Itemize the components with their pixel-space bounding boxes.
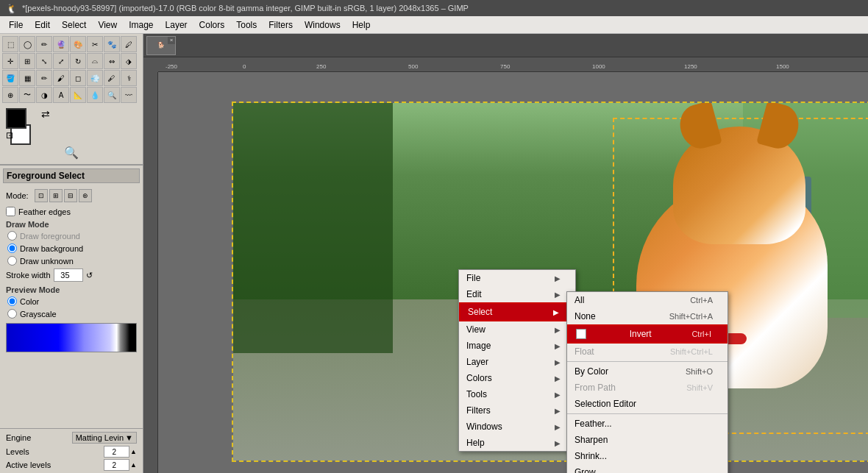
tool-free-select[interactable]: ✏ — [36, 36, 52, 52]
tool-bucket-fill[interactable]: 🪣 — [2, 70, 18, 86]
zoom-tool-icon[interactable]: 🔍 — [63, 143, 80, 161]
tool-by-color[interactable]: 🎨 — [70, 36, 86, 52]
menu-view[interactable]: View — [92, 18, 123, 32]
trees-left — [233, 103, 393, 353]
context-menu-item-image[interactable]: Image ▶ — [459, 338, 575, 354]
mode-btn-3[interactable]: ⊟ — [64, 189, 77, 202]
tool-zoom[interactable]: 🔍 — [104, 87, 120, 103]
context-menu-item-edit[interactable]: Edit ▶ — [459, 286, 575, 302]
tool-clone[interactable]: ⊕ — [2, 87, 18, 103]
context-menu-item-file[interactable]: File ▶ — [459, 270, 575, 286]
tool-align[interactable]: ⊞ — [19, 53, 35, 69]
image-tab[interactable]: 🐕 × — [146, 36, 176, 55]
title-text: *[pexels-hnoody93-58997] (imported)-17.0… — [22, 4, 469, 13]
tool-rotate[interactable]: ↻ — [70, 53, 86, 69]
menu-filters[interactable]: Filters — [263, 18, 299, 32]
tool-transform[interactable]: ⤡ — [36, 53, 52, 69]
tool-erase[interactable]: ◻ — [70, 70, 86, 86]
select-grow[interactable]: Grow... — [567, 464, 728, 473]
draw-background-radio[interactable] — [7, 243, 17, 253]
feather-edges-label: Feather edges — [18, 207, 71, 216]
tool-text[interactable]: A — [53, 87, 69, 103]
engine-dropdown[interactable]: Matting Levin ▼ — [72, 432, 137, 444]
select-invert[interactable]: ☑ Invert Ctrl+I — [567, 324, 728, 344]
foreground-color-swatch[interactable] — [6, 108, 26, 129]
select-feather[interactable]: Feather... — [567, 416, 728, 432]
select-selection-editor[interactable]: Selection Editor — [567, 396, 728, 412]
draw-foreground-radio[interactable] — [7, 231, 17, 241]
preview-grayscale-radio[interactable] — [7, 309, 17, 319]
tool-rect-select[interactable]: ⬚ — [2, 36, 18, 52]
tool-colorpick[interactable]: 💧 — [87, 87, 103, 103]
context-menu-item-help[interactable]: Help ▶ — [459, 435, 575, 451]
select-invert-shortcut: Ctrl+I — [691, 330, 711, 338]
menu-image[interactable]: Image — [123, 18, 159, 32]
tool-heal[interactable]: ⚕ — [121, 70, 137, 86]
tool-fg-select[interactable]: 🐾 — [104, 36, 120, 52]
active-levels-input[interactable] — [104, 459, 129, 471]
menu-file[interactable]: File — [3, 18, 29, 32]
menu-windows[interactable]: Windows — [299, 18, 346, 32]
menu-help[interactable]: Help — [346, 18, 377, 32]
reset-colors-icon[interactable]: ⊡ — [6, 130, 13, 141]
mode-btn-1[interactable]: ⊡ — [35, 189, 48, 202]
tool-scissors[interactable]: ✂ — [87, 36, 103, 52]
tool-measure[interactable]: 📐 — [70, 87, 86, 103]
tool-smudge[interactable]: 〜 — [19, 87, 35, 103]
menu-select[interactable]: Select — [56, 18, 92, 32]
context-view-arrow: ▶ — [555, 326, 561, 334]
menu-layer[interactable]: Layer — [160, 18, 193, 32]
select-float[interactable]: Float Shift+Ctrl+L — [567, 344, 728, 360]
preview-color-radio[interactable] — [7, 296, 17, 306]
tool-paths[interactable]: 🖊 — [121, 36, 137, 52]
levels-spin-up[interactable]: ▲ — [130, 448, 137, 455]
select-none-label: None — [574, 311, 596, 321]
menubar: File Edit Select View Image Layer Colors… — [0, 16, 868, 34]
select-from-path[interactable]: From Path Shift+V — [567, 380, 728, 396]
preview-strip — [6, 323, 137, 352]
feather-edges-checkbox[interactable] — [6, 207, 15, 216]
tool-dodge[interactable]: ◑ — [36, 87, 52, 103]
stroke-reset-icon[interactable]: ↺ — [86, 271, 93, 280]
context-menu-item-tools[interactable]: Tools ▶ — [459, 386, 575, 402]
tool-scale[interactable]: ⤢ — [53, 53, 69, 69]
tool-blend[interactable]: ▦ — [19, 70, 35, 86]
mode-btn-4[interactable]: ⊛ — [79, 189, 92, 202]
select-by-color[interactable]: By Color Shift+O — [567, 363, 728, 380]
dog-head — [673, 127, 805, 244]
context-menu-item-layer[interactable]: Layer ▶ — [459, 354, 575, 370]
mode-btn-2[interactable]: ⊞ — [49, 189, 63, 202]
tool-pencil[interactable]: ✏ — [36, 70, 52, 86]
tool-warp[interactable]: 〰 — [121, 87, 137, 103]
stroke-width-input[interactable] — [54, 268, 83, 282]
engine-label: Engine — [6, 433, 31, 442]
select-sharpen[interactable]: Sharpen — [567, 432, 728, 448]
tool-crop[interactable]: ⬗ — [121, 53, 137, 69]
context-menu-item-view[interactable]: View ▶ — [459, 321, 575, 338]
levels-input[interactable] — [104, 446, 129, 458]
tool-airbrush[interactable]: 💨 — [87, 70, 103, 86]
tool-ink[interactable]: 🖋 — [104, 70, 120, 86]
menu-colors[interactable]: Colors — [193, 18, 231, 32]
select-none[interactable]: None Shift+Ctrl+A — [567, 308, 728, 324]
tool-perspective[interactable]: ⌓ — [87, 53, 103, 69]
select-shrink[interactable]: Shrink... — [567, 448, 728, 464]
swap-colors-icon[interactable]: ⇄ — [41, 108, 50, 120]
context-menu-item-windows[interactable]: Windows ▶ — [459, 419, 575, 435]
draw-bg-row: Draw background — [3, 242, 140, 255]
image-tab-close[interactable]: × — [168, 37, 175, 44]
active-levels-spin-up[interactable]: ▲ — [130, 461, 137, 469]
canvas-viewport[interactable]: File ▶ Edit ▶ Select ▶ View ▶ — [158, 72, 868, 473]
tool-flip[interactable]: ⇔ — [104, 53, 120, 69]
menu-edit[interactable]: Edit — [29, 18, 56, 32]
context-menu-item-select[interactable]: Select ▶ — [459, 302, 575, 321]
menu-tools[interactable]: Tools — [230, 18, 263, 32]
tool-ellipse-select[interactable]: ◯ — [19, 36, 35, 52]
select-all[interactable]: All Ctrl+A — [567, 292, 728, 308]
tool-move[interactable]: ✛ — [2, 53, 18, 69]
tool-fuzzy-select[interactable]: 🔮 — [53, 36, 69, 52]
context-menu-item-filters[interactable]: Filters ▶ — [459, 402, 575, 419]
draw-unknown-radio[interactable] — [7, 256, 17, 266]
tool-paint[interactable]: 🖌 — [53, 70, 69, 86]
context-menu-item-colors[interactable]: Colors ▶ — [459, 370, 575, 386]
